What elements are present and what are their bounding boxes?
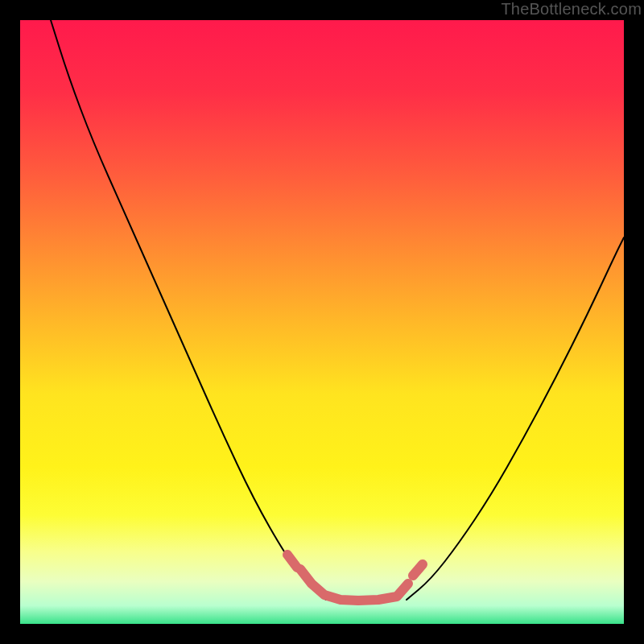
watermark-label: TheBottleneck.com: [501, 0, 642, 19]
chart-background: [20, 20, 624, 624]
chart-frame: [20, 20, 624, 624]
bottleneck-curve-chart: [20, 20, 624, 624]
